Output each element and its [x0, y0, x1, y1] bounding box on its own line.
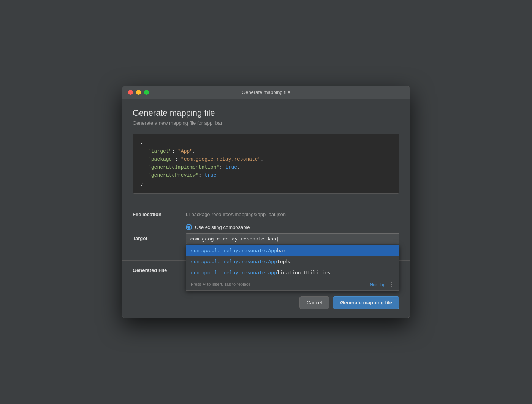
code-key-package: "package": [148, 156, 175, 162]
form-area: File location ui-package-resources/mappi…: [133, 211, 399, 283]
autocomplete-container: com.google.relay.resonate.Appbar com.goo…: [186, 233, 399, 244]
code-key-impl: "generateImplementation": [148, 164, 219, 170]
dialog-subheading: Generate a new mapping file for app_bar: [133, 120, 399, 126]
more-icon[interactable]: ⋮: [388, 281, 394, 288]
next-tip-button[interactable]: Next Tip: [370, 282, 385, 287]
code-brace-close: }: [141, 180, 144, 186]
target-label: Target: [133, 224, 186, 241]
code-val-preview: true: [204, 172, 216, 178]
file-location-value: ui-package-resources/mappings/app_bar.js…: [186, 211, 286, 217]
maximize-button[interactable]: [144, 90, 149, 95]
generated-file-label: Generated File: [133, 267, 186, 273]
code-block: { "target": "App", "package": "com.googl…: [133, 134, 399, 194]
autocomplete-hint: Press ↵ to insert, Tab to replace Next T…: [186, 278, 399, 290]
autocomplete-item-1[interactable]: com.google.relay.resonate.Apptopbar: [186, 256, 399, 267]
hint-text: Press ↵ to insert, Tab to replace: [191, 282, 250, 287]
autocomplete-input[interactable]: [186, 233, 399, 244]
minimize-button[interactable]: [136, 90, 141, 95]
code-key-target: "target": [148, 148, 172, 154]
autocomplete-dropdown: com.google.relay.resonate.Appbar com.goo…: [186, 245, 399, 291]
code-key-preview: "generatePreview": [148, 172, 199, 178]
code-val-target: "App": [178, 148, 193, 154]
titlebar-title: Generate mapping file: [242, 89, 290, 95]
autocomplete-item-0[interactable]: com.google.relay.resonate.Appbar: [186, 245, 399, 256]
code-val-package: "com.google.relay.resonate": [181, 156, 261, 162]
autocomplete-item-2[interactable]: com.google.relay.resonate.application.Ut…: [186, 267, 399, 278]
titlebar: Generate mapping file: [122, 86, 410, 99]
radio-use-existing[interactable]: [186, 224, 192, 230]
dialog-heading: Generate mapping file: [133, 108, 399, 118]
separator-top: [122, 203, 410, 203]
dialog-footer: Cancel Generate mapping file: [122, 289, 410, 318]
close-button[interactable]: [128, 90, 133, 95]
radio-use-existing-label: Use existing composable: [195, 224, 250, 230]
generate-mapping-dialog: Generate mapping file Generate mapping f…: [122, 86, 410, 319]
target-right: Use existing composable com.google.relay…: [186, 224, 399, 256]
code-brace-open: {: [141, 141, 144, 146]
target-row: Target Use existing composable: [133, 224, 399, 256]
cancel-button[interactable]: Cancel: [299, 296, 329, 309]
generate-button[interactable]: Generate mapping file: [333, 296, 399, 309]
file-location-label: File location: [133, 211, 186, 217]
traffic-lights: [128, 90, 149, 95]
file-location-row: File location ui-package-resources/mappi…: [133, 211, 399, 217]
dialog-content: Generate mapping file Generate a new map…: [122, 99, 410, 283]
radio-use-existing-row: Use existing composable: [186, 224, 250, 230]
code-val-impl: true: [225, 164, 237, 170]
